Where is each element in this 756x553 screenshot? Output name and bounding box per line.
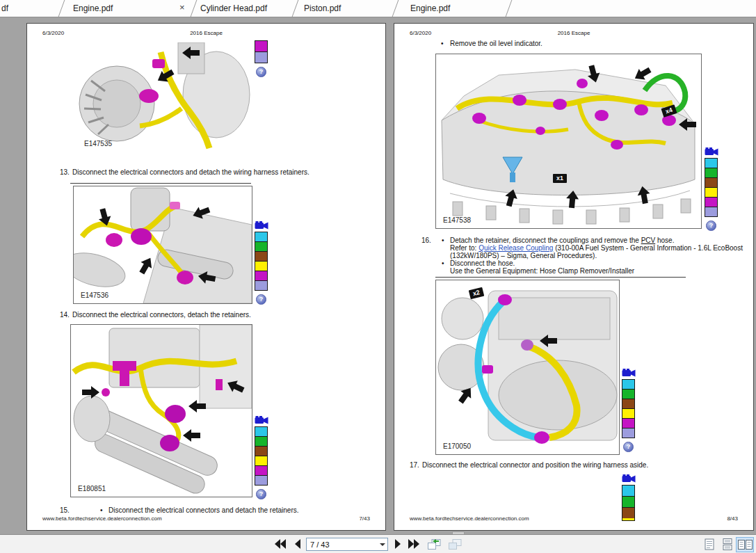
legend-color-cyan	[255, 232, 268, 242]
tab-label: Engine.pdf	[73, 3, 113, 13]
legend-color-green	[622, 389, 635, 399]
tab-label: df	[1, 3, 8, 13]
legend-color-magenta	[255, 465, 268, 476]
step-text-line: (132kW/180PS) – Sigma, General Procedure…	[450, 252, 597, 259]
tab-label: Engine.pdf	[410, 3, 450, 13]
legend-color-cyan	[255, 426, 268, 437]
figure-e147538: x4 x1 E147538	[435, 54, 702, 229]
engine-illustration	[436, 280, 619, 454]
page-number-combobox[interactable]	[306, 538, 388, 551]
close-icon[interactable]: ×	[179, 2, 185, 13]
legend-color-brown	[622, 507, 635, 519]
figure-e147535: E147535	[77, 42, 251, 152]
figure-label: E147535	[84, 140, 112, 147]
step-number: 16.	[421, 237, 431, 244]
page-title: 2016 Escape	[27, 30, 385, 36]
color-legend: ?	[255, 415, 269, 499]
legend-color-brown	[622, 399, 635, 409]
step-text: Disconnect the electrical connectors, de…	[72, 311, 251, 319]
pcv-abbr: PCV	[641, 237, 656, 244]
bullet: •	[441, 40, 444, 47]
figure-e170050: x2 E170050	[435, 280, 620, 455]
help-icon[interactable]: ?	[256, 489, 266, 499]
step-number: 15.	[60, 506, 70, 514]
legend-color-yellow-partial	[622, 518, 635, 521]
legend-color-brown	[255, 446, 268, 456]
color-legend: ?	[255, 41, 269, 77]
legend-color-lavender	[255, 475, 268, 486]
pdf-page-left: 6/3/2020 2016 Escape E1475	[26, 23, 386, 531]
color-legend: ?	[622, 368, 636, 452]
color-legend: ?	[255, 221, 269, 305]
video-camera-icon[interactable]	[622, 368, 636, 377]
single-page-view-button[interactable]	[701, 537, 718, 551]
chevron-down-icon[interactable]	[380, 543, 385, 546]
step-text: Disconnect the electrical connectors and…	[72, 168, 309, 176]
tab-partial-pdf[interactable]: df	[0, 0, 61, 17]
legend-color-lavender	[255, 51, 268, 63]
step-text: Remove the oil level indicator.	[450, 40, 542, 47]
tab-bar: df Engine.pdf × Cylinder Head.pdf Piston…	[0, 0, 756, 17]
history-back-button[interactable]	[426, 538, 442, 550]
legend-color-brown	[705, 177, 718, 188]
tab-cylinder-head-pdf[interactable]: Cylinder Head.pdf	[195, 0, 295, 17]
legend-color-lavender	[705, 207, 718, 217]
legend-color-lavender	[622, 428, 635, 438]
step-text: Disconnect the electrical connector and …	[422, 461, 648, 469]
previous-page-button[interactable]	[291, 538, 305, 550]
help-icon[interactable]: ?	[256, 294, 266, 305]
video-camera-icon[interactable]	[705, 147, 718, 156]
video-camera-icon[interactable]	[255, 221, 268, 230]
help-icon[interactable]: ?	[256, 67, 266, 77]
footer-page-number: 7/43	[359, 515, 370, 522]
video-camera-icon[interactable]	[255, 415, 268, 424]
tab-label: Piston.pdf	[304, 3, 341, 13]
step-text-line: Refer to: Quick Release Coupling (310-00…	[450, 244, 743, 252]
footer-url: www.beta.fordtechservice.dealerconnectio…	[410, 515, 529, 522]
step-number: 13.	[60, 168, 70, 176]
quick-release-coupling-link[interactable]: Quick Release Coupling	[478, 244, 553, 252]
figure-label: E180851	[78, 485, 106, 492]
figure-e180851: E180851	[70, 324, 252, 497]
continuous-view-button[interactable]	[719, 537, 736, 551]
color-legend: ?	[705, 147, 719, 231]
bullet: •	[442, 237, 444, 244]
step-text-line: Disconnect the hose.	[450, 259, 515, 267]
tab-piston-pdf[interactable]: Piston.pdf	[297, 0, 395, 17]
legend-color-magenta	[255, 271, 268, 281]
next-page-button[interactable]	[391, 538, 405, 550]
last-page-button[interactable]	[407, 538, 421, 550]
legend-color-yellow	[255, 456, 268, 466]
video-camera-icon[interactable]	[622, 474, 636, 483]
help-icon[interactable]: ?	[623, 442, 634, 452]
legend-color-yellow	[255, 261, 268, 271]
step-text-line: Detach the retainer, disconnect the coup…	[450, 237, 674, 244]
page-title: 2016 Escape	[394, 30, 753, 36]
pdf-page-right: 6/3/2020 2016 Escape • Remove the oil le…	[394, 23, 754, 531]
facing-pages-view-button[interactable]	[736, 537, 754, 552]
figure-label: E170050	[443, 442, 471, 450]
legend-color-cyan	[622, 485, 635, 497]
document-canvas: 6/3/2020 2016 Escape E1475	[0, 17, 756, 534]
first-page-button[interactable]	[273, 538, 287, 550]
pdf-viewer-window: { "tabbar": { "tabs": [ {"label": "df"},…	[0, 0, 756, 553]
tab-engine-pdf-active[interactable]: Engine.pdf ×	[61, 0, 193, 17]
help-icon[interactable]: ?	[706, 221, 716, 231]
text: (310-00A Fuel System - General Informati…	[553, 244, 743, 252]
divider	[435, 277, 686, 278]
history-forward-button[interactable]	[447, 538, 463, 550]
bullet: •	[100, 506, 103, 514]
legend-color-green	[705, 168, 718, 178]
step-number: 17.	[410, 461, 419, 469]
engine-illustration	[71, 325, 252, 497]
tab-label: Cylinder Head.pdf	[200, 3, 267, 13]
footer-page-number: 8/43	[727, 515, 738, 522]
legend-color-green	[255, 241, 268, 252]
legend-color-brown	[255, 251, 268, 262]
quantity-tag: x1	[553, 174, 567, 183]
tab-engine-pdf-2[interactable]: Engine.pdf	[397, 0, 508, 17]
engine-illustration	[436, 54, 701, 228]
navigation-toolbar	[0, 534, 756, 553]
page-number-input[interactable]	[307, 538, 377, 550]
step-number: 14.	[60, 311, 70, 319]
